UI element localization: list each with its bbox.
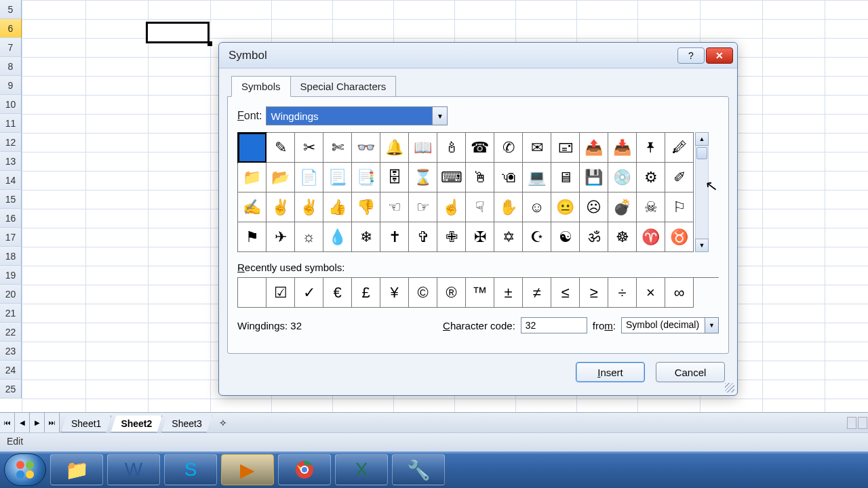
symbol-cell[interactable]: 💧: [323, 222, 352, 252]
new-sheet-icon[interactable]: ✧: [214, 413, 232, 432]
row-header[interactable]: 12: [0, 133, 22, 152]
symbol-cell[interactable]: 😐: [551, 192, 580, 222]
row-header[interactable]: 23: [0, 342, 22, 361]
symbol-cell[interactable]: ☠: [637, 192, 665, 222]
row-header[interactable]: 13: [0, 152, 22, 171]
symbol-cell[interactable]: ✡: [494, 222, 523, 252]
row-header[interactable]: 6: [0, 19, 22, 38]
dialog-titlebar[interactable]: Symbol ? ✕: [219, 43, 737, 68]
chevron-down-icon[interactable]: ▼: [705, 318, 718, 333]
start-button[interactable]: [4, 453, 46, 486]
recent-symbol-cell[interactable]: £: [352, 278, 380, 308]
symbol-cell[interactable]: 📑: [352, 163, 380, 192]
recent-symbol-cell[interactable]: ™: [466, 278, 494, 308]
symbol-cell[interactable]: ♉: [665, 222, 694, 252]
sheet-tab[interactable]: Sheet1: [61, 415, 111, 432]
symbol-cell[interactable]: 📄: [295, 163, 323, 192]
row-header[interactable]: 18: [0, 247, 22, 266]
symbol-cell[interactable]: 🖃: [551, 133, 580, 163]
sheet-tab[interactable]: Sheet2: [111, 415, 162, 432]
symbol-cell[interactable]: ✄: [323, 133, 352, 163]
taskbar-excel[interactable]: X: [335, 454, 388, 485]
recent-symbol-cell[interactable]: ×: [637, 278, 665, 308]
symbol-cell[interactable]: ✌: [295, 192, 323, 222]
symbol-cell[interactable]: ⚙: [637, 163, 665, 192]
recent-symbol-cell[interactable]: ≥: [580, 278, 608, 308]
help-button[interactable]: ?: [677, 47, 705, 64]
row-header[interactable]: 21: [0, 304, 22, 323]
symbol-cell[interactable]: ☼: [295, 222, 323, 252]
recent-symbol-cell[interactable]: ¥: [380, 278, 409, 308]
chevron-down-icon[interactable]: ▼: [432, 107, 447, 125]
sheet-tab[interactable]: Sheet3: [161, 415, 212, 432]
symbol-cell[interactable]: ☯: [551, 222, 580, 252]
symbol-cell[interactable]: ✂: [295, 133, 323, 163]
symbol-cell[interactable]: 🖱: [466, 163, 494, 192]
symbol-cell[interactable]: ✉: [523, 133, 551, 163]
symbol-cell[interactable]: ☺: [523, 192, 551, 222]
active-cell[interactable]: [146, 22, 210, 43]
row-header[interactable]: 15: [0, 190, 22, 209]
font-combo[interactable]: ▼: [266, 106, 448, 125]
recent-symbol-cell[interactable]: ®: [437, 278, 466, 308]
cancel-button[interactable]: Cancel: [656, 362, 725, 382]
insert-button[interactable]: Insert: [576, 362, 645, 382]
recent-symbol-cell[interactable]: ∞: [665, 278, 694, 308]
first-sheet-icon[interactable]: ⏮: [0, 413, 15, 432]
symbol-cell[interactable]: ✈: [267, 222, 295, 252]
symbol-cell[interactable]: 🖥: [551, 163, 580, 192]
symbol-cell[interactable]: 📃: [323, 163, 352, 192]
symbol-cell[interactable]: 🔔: [380, 133, 409, 163]
symbol-cell[interactable]: ✞: [409, 222, 437, 252]
row-header[interactable]: 9: [0, 76, 22, 95]
taskbar-chrome[interactable]: [278, 454, 331, 485]
row-header[interactable]: 22: [0, 323, 22, 342]
row-header[interactable]: 11: [0, 114, 22, 133]
resize-grip[interactable]: [725, 383, 734, 392]
row-header[interactable]: 10: [0, 95, 22, 114]
symbol-cell[interactable]: ✆: [494, 133, 523, 163]
next-sheet-icon[interactable]: ▶: [30, 413, 45, 432]
row-header[interactable]: 7: [0, 38, 22, 57]
symbol-cell[interactable]: ✙: [437, 222, 466, 252]
symbol-cell[interactable]: ☟: [466, 192, 494, 222]
character-code-input[interactable]: [521, 317, 587, 333]
recent-symbol-cell[interactable]: ©: [409, 278, 437, 308]
tab-symbols[interactable]: Symbols: [231, 76, 291, 97]
symbol-cell[interactable]: 📁: [238, 163, 267, 192]
symbol-cell[interactable]: 👍: [323, 192, 352, 222]
symbol-cell[interactable]: ☸: [608, 222, 637, 252]
recent-symbol-cell[interactable]: ±: [494, 278, 523, 308]
taskbar-media[interactable]: ▶: [221, 454, 274, 485]
recent-symbol-cell[interactable]: ✓: [295, 278, 323, 308]
scroll-track[interactable]: [695, 146, 709, 239]
row-header[interactable]: 20: [0, 285, 22, 304]
recent-symbol-cell[interactable]: ☑: [267, 278, 295, 308]
recent-symbol-cell[interactable]: [238, 278, 267, 308]
symbol-cell[interactable]: ☎: [466, 133, 494, 163]
recent-symbol-cell[interactable]: €: [323, 278, 352, 308]
symbol-cell[interactable]: ⌛: [409, 163, 437, 192]
row-header[interactable]: 8: [0, 57, 22, 76]
symbol-cell[interactable]: 🖉: [665, 133, 694, 163]
symbol-cell[interactable]: ✠: [466, 222, 494, 252]
scroll-down-icon[interactable]: ▼: [695, 239, 709, 252]
symbol-cell[interactable]: 💾: [580, 163, 608, 192]
symbol-cell[interactable]: 💿: [608, 163, 637, 192]
row-header[interactable]: 19: [0, 266, 22, 285]
symbol-cell[interactable]: 📂: [267, 163, 295, 192]
symbol-cell[interactable]: ✎: [267, 133, 295, 163]
symbol-cell[interactable]: 🗄: [380, 163, 409, 192]
symbol-cell[interactable]: ☞: [409, 192, 437, 222]
symbol-cell[interactable]: ❄: [352, 222, 380, 252]
symbol-cell[interactable]: ⌨: [437, 163, 466, 192]
symbol-cell[interactable]: 👓: [352, 133, 380, 163]
symbol-cell[interactable]: [238, 133, 267, 163]
symbol-cell[interactable]: ☜: [380, 192, 409, 222]
prev-sheet-icon[interactable]: ◀: [15, 413, 30, 432]
row-header[interactable]: 16: [0, 209, 22, 228]
hscroll-right[interactable]: [858, 417, 867, 429]
taskbar-word[interactable]: W: [107, 454, 160, 485]
symbol-cell[interactable]: ॐ: [580, 222, 608, 252]
row-header[interactable]: 5: [0, 0, 22, 19]
